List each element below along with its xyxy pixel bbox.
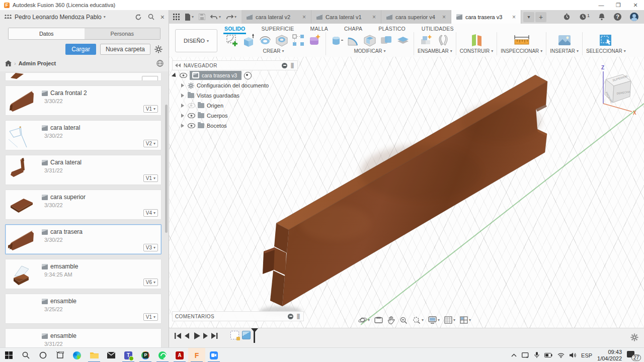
close-tab-icon[interactable]: × [302,14,306,21]
close-button[interactable]: ✕ [627,0,644,10]
group-label-seleccionar[interactable]: SELECCIONAR▾ [586,47,626,55]
orbit-icon[interactable]: ▾ [358,316,370,324]
zoom-window-icon[interactable]: ▾ [412,316,424,324]
user-dropdown-icon[interactable]: ▾ [104,15,106,19]
create-form-icon[interactable] [308,33,322,47]
display-cast-icon[interactable]: a [522,352,529,358]
shell-icon[interactable] [363,33,377,47]
panel-minimize-icon[interactable] [288,314,293,319]
file-explorer-icon[interactable] [86,348,103,362]
whatsapp-icon[interactable] [154,348,171,362]
select-icon[interactable] [598,33,613,47]
expand-icon[interactable] [181,83,184,87]
taskbar-search-icon[interactable] [17,348,34,362]
timeline-position-marker[interactable] [254,330,255,343]
microphone-icon[interactable] [534,352,539,358]
tray-expand-icon[interactable] [511,353,517,357]
visibility-eye-icon[interactable] [188,123,195,128]
undo-icon[interactable]: ▾ [210,14,221,20]
edge-icon[interactable] [68,348,86,362]
file-card[interactable]: emsamble 9:34:25 AM V6▾ [5,259,162,289]
construct-plane-icon[interactable] [468,33,485,47]
job-status-icon[interactable]: 1 [579,13,590,21]
tab-personas[interactable]: Personas [85,28,160,39]
doc-tab[interactable]: cara lateral v2× [242,10,311,24]
file-card[interactable]: ensamble 3/25/22 V1▾ [5,294,162,324]
expand-icon[interactable] [181,94,184,98]
version-dropdown[interactable]: V3▾ [143,244,158,251]
group-label-inspeccionar[interactable]: INSPECCIONAR▾ [501,47,542,55]
pattern-icon[interactable] [291,33,305,47]
zoom-icon[interactable] [399,316,408,324]
comentarios-panel[interactable]: COMENTARIOS ▐▌ [172,311,304,321]
timeline-sketch-feature-icon[interactable] [230,331,239,339]
acrobat-icon[interactable]: A [171,348,188,362]
close-tab-icon[interactable]: × [442,14,446,21]
panel-minimize-icon[interactable] [282,63,287,68]
visibility-eye-off-icon[interactable] [188,103,195,108]
notifications-bell-icon[interactable] [598,13,605,21]
file-menu-icon[interactable]: ▾ [185,14,194,21]
group-label-ensamblar[interactable]: ENSAMBLAR▾ [418,47,452,55]
home-icon[interactable] [5,60,12,66]
battery-icon[interactable] [544,353,552,357]
file-card[interactable]: cara superior 3/30/22 V4▾ [5,190,162,220]
save-icon[interactable] [199,14,205,20]
version-dropdown[interactable]: V1▾ [143,313,158,321]
combine-icon[interactable] [379,33,393,47]
press-pull-icon[interactable] [330,33,344,47]
visibility-eye-icon[interactable] [188,113,195,118]
file-card[interactable]: cara lateral 3/30/22 V2▾ [5,120,162,150]
panel-scrollbar[interactable] [165,105,168,233]
joint-icon[interactable] [436,33,450,47]
doc-tab[interactable]: cara superior v4× [381,10,451,24]
viewports-icon[interactable]: ▾ [460,316,471,324]
breadcrumb-project[interactable]: Admin Project [19,60,56,66]
expand-icon[interactable] [172,72,178,78]
panel-grip[interactable]: ▐▌ [295,314,301,319]
file-card-partial[interactable] [5,72,162,81]
fillet-icon[interactable] [346,33,360,47]
tab-list-dropdown-icon[interactable]: ▾ [523,12,534,22]
tree-node-saved-views[interactable]: Vistas guardadas [172,90,298,101]
globe-icon[interactable] [156,60,164,67]
workspace-selector[interactable]: DISEÑO▾ [175,29,217,52]
doc-tab[interactable]: Cara lateral v1× [311,10,381,24]
zoom-icon[interactable] [205,348,222,362]
fusion360-taskbar-icon[interactable]: F [188,348,205,362]
tree-node-sketches[interactable]: Bocetos [172,121,298,131]
root-component-chip[interactable]: cara trasera v3 [190,71,242,80]
group-label-construir[interactable]: CONSTRUIR▾ [460,47,493,55]
start-button[interactable] [0,348,17,362]
new-folder-button[interactable]: Nueva carpeta [100,44,150,55]
extrude-icon[interactable] [242,33,256,47]
help-icon[interactable]: ? [614,13,621,21]
file-card[interactable]: ensamble 3/31/22 V1▾ [5,328,162,347]
teams-icon[interactable]: T [120,348,137,362]
search-icon[interactable] [148,14,154,20]
file-card[interactable]: Cara frontal 2 3/30/22 V1▾ [5,85,162,116]
app-grid-icon[interactable] [173,14,180,20]
notification-center-icon[interactable]: 27 [627,350,640,361]
create-sketch-icon[interactable] [225,33,239,47]
doc-tab-active[interactable]: cara trasera v3× [451,10,521,24]
navegador-header[interactable]: NAVEGADOR ▐▌ [172,60,298,70]
panel-settings-gear-icon[interactable] [154,45,163,53]
expand-icon[interactable] [181,114,184,118]
new-tab-button[interactable]: + [535,12,546,22]
pan-icon[interactable] [387,316,395,324]
restore-button[interactable]: ❐ [610,0,627,10]
cortana-icon[interactable] [34,348,51,362]
hole-icon[interactable] [275,33,289,47]
tree-node-origin[interactable]: Origen [172,101,298,111]
minimize-button[interactable]: — [593,0,610,10]
expand-icon[interactable] [181,104,184,108]
group-label-insertar[interactable]: INSERTAR▾ [550,47,579,55]
version-dropdown[interactable]: V4▾ [143,209,158,217]
mail-icon[interactable] [103,348,120,362]
user-name[interactable]: Pedro Leonardo Mendoza Pablo [15,14,102,21]
insert-image-icon[interactable] [557,33,572,47]
viewcube[interactable]: Z X SUPERIOR FRONTAL DERECHA [590,63,637,116]
tab-datos[interactable]: Datos [9,28,85,39]
chrome-profile-icon[interactable]: P [137,348,154,362]
